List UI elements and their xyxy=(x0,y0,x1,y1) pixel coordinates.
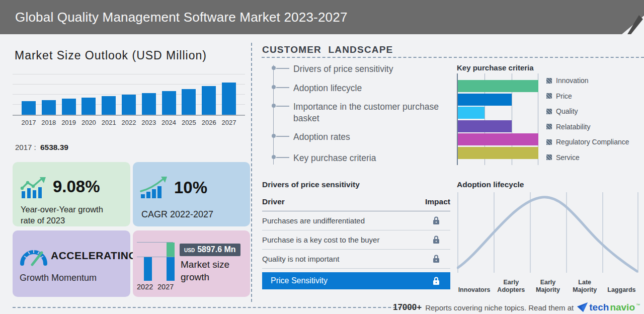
yoy-growth-label: Year-over-Year growth rate of 2023 xyxy=(21,204,111,226)
year-tick-label: 2024 xyxy=(161,119,177,126)
key-purchase-criteria-chart xyxy=(457,73,538,165)
year-label: 2022 xyxy=(137,283,157,291)
market-size-bar xyxy=(62,99,76,115)
base-year-number: 6538.39 xyxy=(40,143,68,151)
growth-amount: 5897.6 Mn xyxy=(197,245,235,254)
adoption-lifecycle-curve xyxy=(457,192,639,274)
footer-text: Reports covering niche topics. Read them… xyxy=(425,303,574,312)
kpc-bar-service xyxy=(458,147,538,159)
bar-column-2025 xyxy=(181,74,197,115)
dashed-underline xyxy=(262,57,644,58)
market-size-bar xyxy=(42,100,56,115)
bar-column-2019 xyxy=(61,74,77,115)
stage-label: Innovators xyxy=(456,274,493,293)
key-purchase-criteria-title: Key purchase criteria xyxy=(457,63,534,72)
gridline xyxy=(137,257,173,257)
bar-column-2024 xyxy=(161,74,177,115)
legend-swatch-icon xyxy=(546,93,552,99)
table-row: Purchase is a key cost to the buyer xyxy=(262,230,450,250)
year-tick-label: 2025 xyxy=(181,119,197,126)
highlight-label: Price Sensitivity xyxy=(271,276,328,285)
year-label: 2027 xyxy=(157,283,178,291)
speedometer-icon xyxy=(19,243,49,268)
driver-label: Purchase is a key cost to the buyer xyxy=(262,236,379,244)
trademark-symbol: ™ xyxy=(636,303,640,307)
drivers-title: Drivers of price sensitivity xyxy=(262,180,360,189)
adoption-lifecycle-stages: Innovators Early Adopters Early Majority… xyxy=(456,274,640,293)
kpc-row xyxy=(458,80,538,92)
list-item: Adoption rates xyxy=(273,131,454,143)
bar-column-2018 xyxy=(41,74,57,115)
legend-swatch-icon xyxy=(546,109,552,114)
legend-item: Quality xyxy=(546,108,629,115)
momentum-value: ACCELERATING xyxy=(51,250,137,262)
driver-label: Quality is not important xyxy=(262,255,339,263)
kpc-row xyxy=(458,147,538,159)
stage-label: Late Majority xyxy=(567,274,603,293)
market-size-bar xyxy=(142,93,156,115)
list-item: Adoption lifecycle xyxy=(273,83,454,94)
kpc-bar-regulatory-compliance xyxy=(458,133,538,145)
legend-item: Service xyxy=(546,154,629,161)
market-size-bar xyxy=(202,86,216,115)
year-tick-label: 2023 xyxy=(141,119,157,126)
lock-icon xyxy=(422,277,450,285)
lock-icon xyxy=(422,236,450,244)
list-item: Drivers of price sensitivity xyxy=(273,63,454,75)
bar-column-2017 xyxy=(21,74,37,115)
legend-item: Price xyxy=(546,93,629,100)
base-year-label: 2017 : xyxy=(15,143,36,151)
bar-chart-up-icon xyxy=(20,176,49,199)
year-tick-label: 2020 xyxy=(80,119,97,126)
market-size-bar xyxy=(182,89,196,115)
drivers-table-header: Driver Impact xyxy=(262,197,450,211)
legend-item: Innovation xyxy=(546,77,629,84)
customer-landscape-list: Drivers of price sensitivity Adoption li… xyxy=(273,60,459,166)
market-size-bar xyxy=(222,83,236,115)
legend-label: Relatability xyxy=(556,123,590,131)
column-header-impact: Impact xyxy=(425,197,450,206)
market-size-bar xyxy=(82,98,96,115)
stage-label: Laggards xyxy=(603,274,640,293)
bar-column-2026 xyxy=(201,74,217,115)
mini-bar-2022 xyxy=(144,257,152,281)
market-size-bar xyxy=(22,101,36,115)
footer: 17000+ Reports covering niche topics. Re… xyxy=(393,300,640,314)
key-purchase-criteria-bars xyxy=(458,80,538,159)
key-purchase-criteria-legend: Innovation Price Quality Relatability Re… xyxy=(546,77,629,161)
technavio-logo: technavio ™ xyxy=(577,302,640,313)
market-size-bars xyxy=(13,74,245,115)
cagr-value: 10% xyxy=(174,178,207,197)
legend-label: Quality xyxy=(556,107,578,115)
infographic-page: Global Quality Management Software Marke… xyxy=(0,0,644,314)
lock-icon xyxy=(422,216,450,225)
yoy-growth-card: 9.08% Year-over-Year growth rate of 2023 xyxy=(13,162,130,226)
legend-swatch-icon xyxy=(546,139,552,145)
list-item: Key purchase criteria xyxy=(273,152,454,164)
bar-column-2023 xyxy=(141,74,157,115)
market-growth-card: 2022 2027 USD 5897.6 Mn Market size grow… xyxy=(133,230,250,297)
growth-trend-icon xyxy=(140,176,169,199)
list-item: Importance in the customer purchase bask… xyxy=(273,101,439,124)
legend-swatch-icon xyxy=(546,124,552,129)
legend-label: Price xyxy=(556,92,572,100)
drivers-table: Driver Impact Purchases are undifferenti… xyxy=(262,197,450,289)
legend-swatch-icon xyxy=(546,78,552,84)
logo-navio-text: navio xyxy=(610,302,635,313)
table-row: Quality is not important xyxy=(262,250,450,269)
driver-label: Purchases are undifferentiated xyxy=(262,216,365,225)
kpc-bar-innovation xyxy=(458,80,538,92)
market-size-bar xyxy=(162,91,176,115)
legend-label: Service xyxy=(556,153,580,162)
price-sensitivity-highlight-row: Price Sensitivity xyxy=(262,272,450,289)
bar-column-2022 xyxy=(121,74,137,115)
legend-swatch-icon xyxy=(546,154,552,160)
yoy-growth-value: 9.08% xyxy=(53,177,100,196)
customer-landscape-title: CUSTOMER LANDSCAPE xyxy=(262,44,393,55)
gridline xyxy=(137,242,173,243)
kpc-row xyxy=(458,120,538,132)
legend-item: Relatability xyxy=(546,123,629,130)
cagr-label: CAGR 2022-2027 xyxy=(141,209,213,220)
legend-label: Innovation xyxy=(556,76,589,85)
year-tick-label: 2022 xyxy=(121,119,137,126)
